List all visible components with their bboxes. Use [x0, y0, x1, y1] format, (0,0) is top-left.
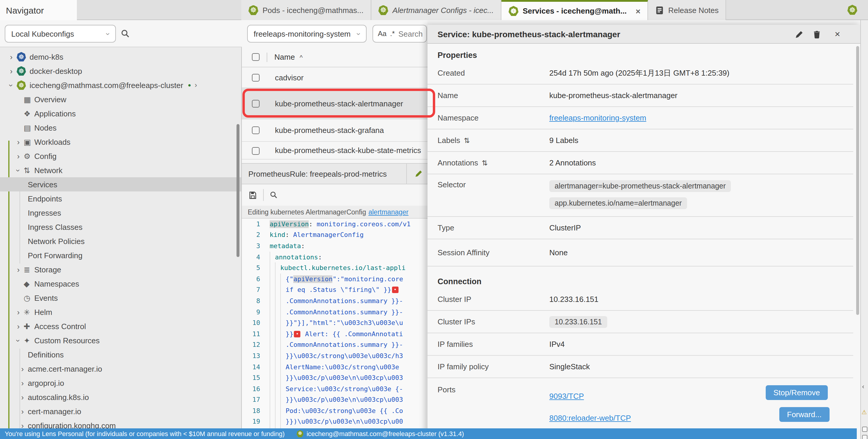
drawer-scrollbar[interactable]: [856, 46, 859, 315]
edit-icon[interactable]: [795, 30, 804, 39]
search-icon[interactable]: [121, 29, 130, 38]
stop-remove-button[interactable]: Stop/Remove: [766, 385, 828, 400]
service-details-drawer: Service: kube-prometheus-stack-alertmana…: [428, 25, 860, 439]
sidebar-item-cert-manager-io[interactable]: ›cert-manager.io: [0, 404, 242, 418]
row-checkbox[interactable]: [252, 74, 259, 81]
tab-services[interactable]: ☸ Services - icecheng@math... ×: [501, 0, 648, 20]
table-row-kube-prometheus-stack-alertmanager[interactable]: kube-prometheus-stack-alertmanager: [242, 88, 428, 120]
sidebar-item-label: cert-manager.io: [28, 407, 81, 416]
chevron-collapsed-icon[interactable]: ›: [20, 364, 25, 373]
chevron-expanded-icon[interactable]: ›: [14, 337, 23, 343]
tab-pods[interactable]: ☸ Pods - icecheng@mathmas...: [241, 0, 371, 20]
cluster-open-arrow-icon[interactable]: ›: [194, 81, 197, 89]
lens-app-window: Navigator ☸ Pods - icecheng@mathmas... ☸…: [0, 0, 868, 439]
select-all-checkbox[interactable]: [252, 53, 259, 61]
sidebar-item-network-policies[interactable]: Network Policies: [0, 234, 242, 248]
chevron-collapsed-icon[interactable]: ›: [8, 66, 14, 75]
sort-asc-icon[interactable]: ^: [300, 54, 303, 61]
chevron-expanded-icon[interactable]: ›: [14, 167, 23, 173]
expand-sort-icon[interactable]: ⇅: [482, 159, 488, 167]
regex-toggle[interactable]: .*: [390, 30, 395, 38]
chevron-collapsed-icon[interactable]: ›: [16, 151, 21, 160]
table-row-kube-prometheus-stack-grafana[interactable]: kube-prometheus-stack-grafana: [242, 120, 428, 142]
chevron-collapsed-icon[interactable]: ›: [16, 322, 21, 331]
sidebar-item-access-control[interactable]: ›✚Access Control: [0, 319, 242, 333]
column-header-name[interactable]: Name: [274, 53, 295, 62]
chevron-collapsed-icon[interactable]: ›: [16, 265, 21, 274]
match-case-toggle[interactable]: Aa: [378, 30, 386, 38]
active-cluster-status[interactable]: ☸ icecheng@mathmast.com@freeleaps-cluste…: [297, 430, 464, 437]
forward-button[interactable]: Forward...: [779, 407, 829, 422]
property-row-session-affinity: Session Affinity None: [428, 239, 853, 267]
sidebar-item-label: autoscaling.k8s.io: [28, 393, 89, 402]
chevron-down-icon: ›: [354, 33, 363, 35]
mini-panel-icon[interactable]: [862, 427, 867, 432]
editor-search-icon[interactable]: [270, 191, 278, 199]
sidebar-item-label: Custom Resources: [34, 336, 100, 345]
sidebar-item-storage[interactable]: ›≣Storage: [0, 262, 242, 276]
warning-icon[interactable]: ⚠: [862, 409, 867, 415]
sidebar-item-nodes[interactable]: ▤Nodes: [0, 121, 242, 135]
table-row-cadvisor[interactable]: cadvisor: [242, 67, 428, 88]
mini-panel-icon[interactable]: [862, 435, 867, 439]
sidebar-item-definitions[interactable]: Definitions: [0, 347, 242, 362]
sidebar-item-config[interactable]: ›⚙Config: [0, 149, 242, 163]
port-link[interactable]: 9093/TCP: [549, 392, 584, 401]
close-tab-icon[interactable]: ×: [636, 6, 640, 16]
code-line: 16Service:\u003c/strong\u003e {-: [242, 383, 428, 394]
kubernetes-icon[interactable]: ☸: [847, 5, 857, 15]
kubeconfig-selector[interactable]: Local Kubeconfigs ›: [5, 25, 116, 42]
right-edge-strip: ‹ ⚠: [860, 20, 868, 439]
sidebar-item-ingresses[interactable]: Ingresses: [0, 206, 242, 220]
alarm-emoji: •: [392, 287, 399, 293]
sidebar-item-demo-k8s[interactable]: ›☸demo-k8s: [0, 49, 242, 64]
code-line: 12.CommonAnnotations.summary }}-: [242, 339, 428, 350]
chevron-expanded-icon[interactable]: ›: [7, 82, 16, 88]
tab-release-notes[interactable]: Release Notes: [648, 0, 726, 20]
table-row-kube-prometheus-stack-kube-state-metrics[interactable]: kube-prometheus-stack-kube-state-metrics: [242, 142, 428, 160]
sidebar-item-helm[interactable]: ›✳Helm: [0, 305, 242, 319]
chevron-collapsed-icon[interactable]: ›: [20, 393, 25, 402]
expand-sort-icon[interactable]: ⇅: [464, 136, 470, 145]
table-header-row: Name ^: [242, 47, 428, 67]
port-link[interactable]: 8080:reloader-web/TCP: [549, 414, 631, 423]
sidebar-item-workloads[interactable]: ›▣Workloads: [0, 135, 242, 149]
row-checkbox[interactable]: [252, 147, 259, 155]
chevron-collapsed-icon[interactable]: ›: [20, 407, 25, 416]
sidebar-item-label: argoproj.io: [28, 378, 64, 387]
namespace-link[interactable]: freeleaps-monitoring-system: [549, 113, 646, 122]
sidebar-item-autoscaling-k8s-io[interactable]: ›autoscaling.k8s.io: [0, 390, 242, 404]
chevron-collapsed-icon[interactable]: ›: [20, 378, 25, 387]
collapse-chevron-icon[interactable]: ‹: [862, 383, 864, 390]
sidebar-item-namespaces[interactable]: ◆Namespaces: [0, 276, 242, 291]
sidebar-item-events[interactable]: ◷Events: [0, 291, 242, 305]
sidebar-item-overview[interactable]: ▦Overview: [0, 92, 242, 106]
save-icon[interactable]: [248, 191, 257, 199]
sidebar-item-port-forwarding[interactable]: Port Forwarding: [0, 248, 242, 262]
sidebar-item-applications[interactable]: ❖Applications: [0, 106, 242, 121]
row-checkbox[interactable]: [252, 127, 259, 134]
sidebar-item-acme-cert-manager-io[interactable]: ›acme.cert-manager.io: [0, 362, 242, 376]
chevron-collapsed-icon[interactable]: ›: [8, 52, 14, 61]
row-checkbox[interactable]: [252, 100, 259, 107]
sidebar-item-icecheng-mathmast-com-freeleaps-cluster[interactable]: ›☸icecheng@mathmast.com@freeleaps-cluste…: [0, 78, 242, 92]
search-input[interactable]: Aa .* Search: [373, 25, 427, 42]
sidebar-item-custom-resources[interactable]: ›✦Custom Resources: [0, 333, 242, 347]
sidebar-item-network[interactable]: ›⇅Network: [0, 163, 242, 177]
delete-icon[interactable]: [812, 30, 821, 39]
edit-icon[interactable]: [414, 170, 423, 178]
sidebar-item-services[interactable]: Services: [0, 177, 242, 192]
chevron-collapsed-icon[interactable]: ›: [16, 137, 21, 146]
sidebar-item-argoproj-io[interactable]: ›argoproj.io: [0, 376, 242, 390]
sidebar-item-ingress-classes[interactable]: Ingress Classes: [0, 220, 242, 234]
alertmanager-config-link[interactable]: alertmanager: [368, 208, 409, 215]
prometheusrule-dock-tab[interactable]: PrometheusRule: freepeals-prod-metrics: [242, 163, 428, 184]
sidebar-scrollbar[interactable]: [237, 124, 240, 257]
namespace-selector[interactable]: freeleaps-monitoring-system ›: [247, 25, 367, 42]
close-icon[interactable]: ×: [835, 29, 840, 40]
yaml-editor[interactable]: 1apiVersion: monitoring.coreos.com/v12ki…: [242, 218, 428, 439]
sidebar-item-docker-desktop[interactable]: ›☸docker-desktop: [0, 64, 242, 78]
chevron-collapsed-icon[interactable]: ›: [16, 308, 21, 316]
sidebar-item-endpoints[interactable]: Endpoints: [0, 192, 242, 206]
tab-alertmanager-configs[interactable]: ☸ Alertmanager Configs - icec...: [371, 0, 501, 20]
